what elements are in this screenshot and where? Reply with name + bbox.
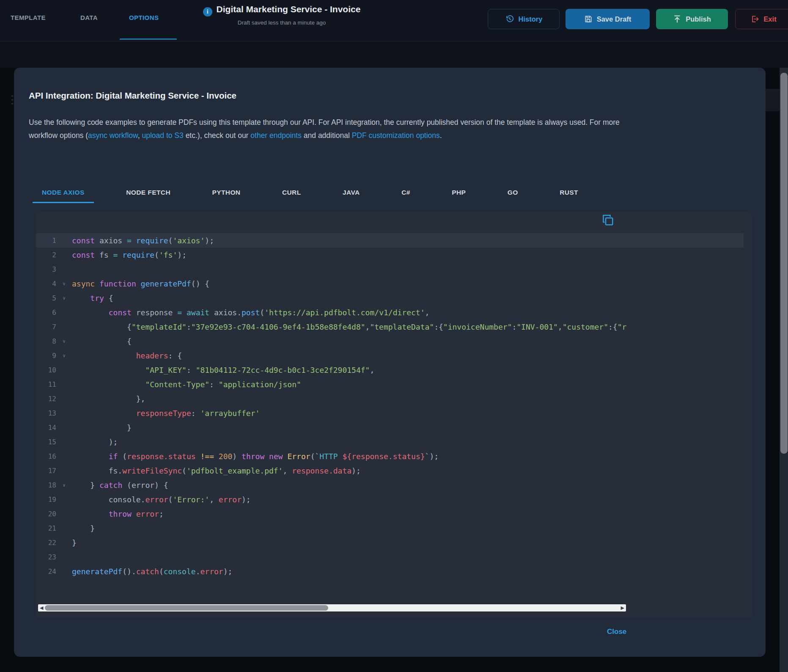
lang-tab-python[interactable]: PYTHON <box>203 189 250 203</box>
line-number: 9 <box>36 352 56 360</box>
code-text: }, <box>72 394 752 403</box>
line-number: 6 <box>36 308 56 317</box>
code-line-14[interactable]: 14 } <box>36 420 752 435</box>
code-text: if (response.status !== 200) throw new E… <box>72 452 752 461</box>
app-window: TEMPLATEDATAOPTIONS iDigital Marketing S… <box>0 0 788 672</box>
nav-tab-template[interactable]: TEMPLATE <box>11 14 46 21</box>
code-text: } <box>72 524 752 533</box>
code-text: fs.writeFileSync('pdfbolt_example.pdf', … <box>72 466 752 475</box>
code-line-17[interactable]: 17 fs.writeFileSync('pdfbolt_example.pdf… <box>36 463 752 478</box>
code-line-21[interactable]: 21 } <box>36 521 752 535</box>
fold-chevron-icon[interactable]: ∨ <box>56 295 72 301</box>
lang-tab-java[interactable]: JAVA <box>333 189 369 203</box>
line-number: 10 <box>36 366 56 374</box>
code-text: responseType: 'arraybuffer' <box>72 409 752 418</box>
save-draft-label: Save Draft <box>597 15 631 23</box>
scroll-left-arrow[interactable]: ◀ <box>40 605 43 611</box>
page-title: iDigital Marketing Service - Invoice <box>189 4 375 17</box>
code-text: const response = await axios.post('https… <box>72 308 752 317</box>
save-draft-button[interactable]: Save Draft <box>566 9 650 29</box>
exit-button[interactable]: Exit <box>735 9 788 29</box>
code-line-19[interactable]: 19 console.error('Error:', error); <box>36 492 752 507</box>
code-text: {"templateId":"37e92e93-c704-4106-9ef4-1… <box>72 322 752 331</box>
fold-chevron-icon[interactable]: ∨ <box>56 339 72 344</box>
code-text: } <box>72 423 752 432</box>
code-line-1[interactable]: 1const axios = require('axios'); <box>36 233 744 248</box>
page-vertical-scrollbar[interactable] <box>780 68 788 672</box>
history-label: History <box>519 15 543 23</box>
code-text: { <box>72 337 752 346</box>
close-modal-button[interactable]: Close <box>607 628 626 636</box>
description-text: . <box>440 131 442 140</box>
publish-button[interactable]: Publish <box>656 9 728 29</box>
code-line-16[interactable]: 16 if (response.status !== 200) throw ne… <box>36 449 752 463</box>
code-line-22[interactable]: 22} <box>36 535 752 550</box>
link-pdf-customization-options[interactable]: PDF customization options <box>352 131 440 140</box>
code-text: headers: { <box>72 351 752 360</box>
fold-chevron-icon[interactable]: ∨ <box>56 281 72 286</box>
lang-tab-c-[interactable]: C# <box>392 189 420 203</box>
line-number: 16 <box>36 452 56 460</box>
info-icon[interactable]: i <box>203 7 212 17</box>
code-text: async function generatePdf() { <box>72 279 752 288</box>
code-line-23[interactable]: 23 <box>36 550 752 564</box>
line-number: 21 <box>36 524 56 532</box>
lang-tab-node-axios[interactable]: NODE AXIOS <box>33 189 94 203</box>
lang-tab-php[interactable]: PHP <box>442 189 475 203</box>
line-number: 20 <box>36 510 56 518</box>
link-other-endpoints[interactable]: other endpoints <box>250 131 302 140</box>
lang-tab-node-fetch[interactable]: NODE FETCH <box>117 189 180 203</box>
modal-title: API Integration: Digital Marketing Servi… <box>29 91 236 101</box>
history-button[interactable]: History <box>488 9 560 29</box>
exit-label: Exit <box>763 15 776 23</box>
code-line-5[interactable]: 5∨ try { <box>36 291 752 305</box>
code-line-11[interactable]: 11 "Content-Type": "application/json" <box>36 377 752 391</box>
code-line-8[interactable]: 8∨ { <box>36 334 752 348</box>
code-snippet-panel: 1const axios = require('axios');2const f… <box>36 212 752 618</box>
link-upload-to-s3[interactable]: upload to S3 <box>142 131 183 140</box>
upload-arrow-icon <box>673 15 681 23</box>
line-number: 5 <box>36 294 56 302</box>
line-number: 18 <box>36 481 56 489</box>
copy-code-button[interactable] <box>601 214 615 227</box>
language-tabs: NODE AXIOSNODE FETCHPYTHONCURLJAVAC#PHPG… <box>33 189 588 203</box>
code-line-18[interactable]: 18∨ } catch (error) { <box>36 478 752 492</box>
description-text: and additional <box>302 131 352 140</box>
api-integration-modal: API Integration: Digital Marketing Servi… <box>14 68 766 657</box>
fold-chevron-icon[interactable]: ∨ <box>56 353 72 358</box>
code-editor[interactable]: 1const axios = require('axios');2const f… <box>36 233 752 578</box>
code-line-24[interactable]: 24generatePdf().catch(console.error); <box>36 564 752 578</box>
horizontal-scrollbar-thumb[interactable] <box>45 605 328 611</box>
code-text: console.error('Error:', error); <box>72 495 752 504</box>
scroll-right-arrow[interactable]: ▶ <box>621 605 624 611</box>
fold-chevron-icon[interactable]: ∨ <box>56 482 72 488</box>
link-async-workflow[interactable]: async workflow <box>88 131 138 140</box>
line-number: 1 <box>36 237 56 245</box>
code-line-2[interactable]: 2const fs = require('fs'); <box>36 248 752 262</box>
publish-label: Publish <box>686 15 711 23</box>
line-number: 14 <box>36 424 56 432</box>
code-line-6[interactable]: 6 const response = await axios.post('htt… <box>36 305 752 319</box>
line-number: 11 <box>36 380 56 388</box>
document-title-block: iDigital Marketing Service - Invoice Dra… <box>189 4 375 26</box>
line-number: 15 <box>36 438 56 446</box>
code-line-10[interactable]: 10 "API_KEY": "81b04112-72cc-4d9c-b0c1-3… <box>36 363 752 377</box>
horizontal-scrollbar[interactable]: ◀ ▶ <box>38 604 626 611</box>
lang-tab-go[interactable]: GO <box>498 189 527 203</box>
vertical-scrollbar-thumb[interactable] <box>780 73 788 454</box>
code-line-7[interactable]: 7 {"templateId":"37e92e93-c704-4106-9ef4… <box>36 319 752 334</box>
code-line-3[interactable]: 3 <box>36 262 752 276</box>
code-line-9[interactable]: 9∨ headers: { <box>36 348 752 363</box>
code-line-20[interactable]: 20 throw error; <box>36 507 752 521</box>
line-number: 24 <box>36 567 56 576</box>
code-line-15[interactable]: 15 ); <box>36 435 752 449</box>
lang-tab-rust[interactable]: RUST <box>550 189 588 203</box>
top-header-bar: TEMPLATEDATAOPTIONS iDigital Marketing S… <box>0 0 788 41</box>
lang-tab-curl[interactable]: CURL <box>273 189 310 203</box>
code-text: "Content-Type": "application/json" <box>72 380 752 389</box>
nav-tab-data[interactable]: DATA <box>80 14 98 21</box>
code-line-12[interactable]: 12 }, <box>36 391 752 406</box>
code-line-4[interactable]: 4∨async function generatePdf() { <box>36 276 752 291</box>
code-line-13[interactable]: 13 responseType: 'arraybuffer' <box>36 406 752 420</box>
nav-tab-options[interactable]: OPTIONS <box>129 14 159 21</box>
